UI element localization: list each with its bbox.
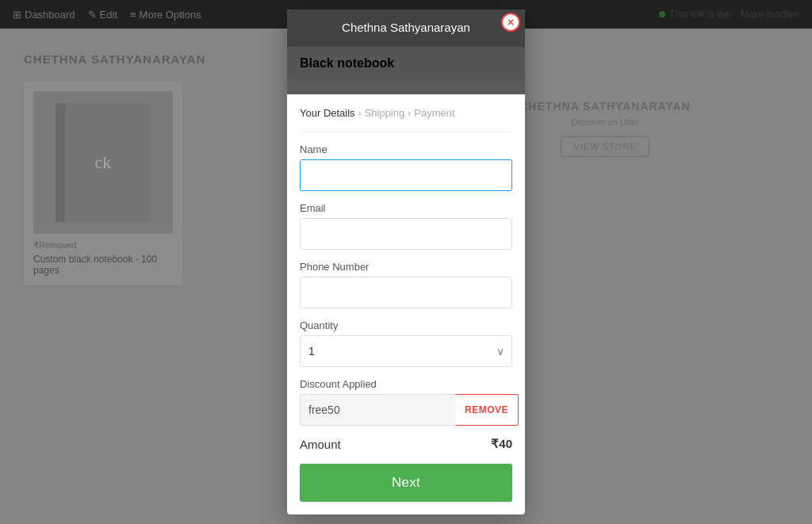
chevron-1-icon: ›: [358, 108, 362, 119]
discount-label: Discount Applied: [300, 378, 512, 390]
name-label: Name: [300, 143, 512, 155]
discount-row: REMOVE: [300, 394, 512, 426]
phone-field-group: Phone Number: [300, 261, 512, 308]
notebook-script: ck: [95, 152, 112, 173]
name-field-group: Name: [300, 143, 512, 191]
chevron-2-icon: ›: [408, 108, 411, 119]
quantity-wrapper: 1 2 3 4 5 ∨: [300, 335, 512, 367]
step-shipping: Shipping: [365, 107, 405, 119]
modal-product-header: Black notebook: [287, 47, 525, 80]
modal-store-title: Chethna Sathyanarayan: [300, 21, 512, 34]
quantity-field-group: Quantity 1 2 3 4 5 ∨: [300, 319, 512, 367]
checkout-modal: × Chethna Sathyanarayan Black notebook Y…: [287, 10, 525, 514]
discount-code-input[interactable]: [300, 394, 455, 426]
phone-label: Phone Number: [300, 261, 512, 273]
discount-field-group: Discount Applied REMOVE: [300, 378, 512, 426]
modal-image-strip: [287, 80, 525, 94]
modal-body: Your Details › Shipping › Payment Name E…: [287, 94, 525, 514]
next-button[interactable]: Next: [300, 464, 512, 502]
name-input[interactable]: [300, 159, 512, 191]
amount-label: Amount: [300, 438, 341, 451]
step-your-details: Your Details: [300, 107, 355, 119]
email-label: Email: [300, 202, 512, 214]
modal-product-title: Black notebook: [300, 56, 512, 71]
amount-row: Amount ₹40: [300, 437, 512, 451]
close-button[interactable]: ×: [501, 13, 520, 32]
steps-divider: [300, 132, 512, 132]
checkout-steps: Your Details › Shipping › Payment: [300, 107, 512, 119]
modal-header: Chethna Sathyanarayan: [287, 10, 525, 47]
modal-overlay: × Chethna Sathyanarayan Black notebook Y…: [0, 0, 812, 524]
email-input[interactable]: [300, 218, 512, 250]
close-icon: ×: [508, 16, 514, 29]
phone-input[interactable]: [300, 277, 512, 308]
quantity-select[interactable]: 1 2 3 4 5: [300, 335, 512, 367]
amount-value: ₹40: [491, 437, 512, 451]
email-field-group: Email: [300, 202, 512, 250]
remove-discount-button[interactable]: REMOVE: [455, 394, 519, 426]
step-payment: Payment: [414, 107, 454, 119]
quantity-label: Quantity: [300, 319, 512, 331]
